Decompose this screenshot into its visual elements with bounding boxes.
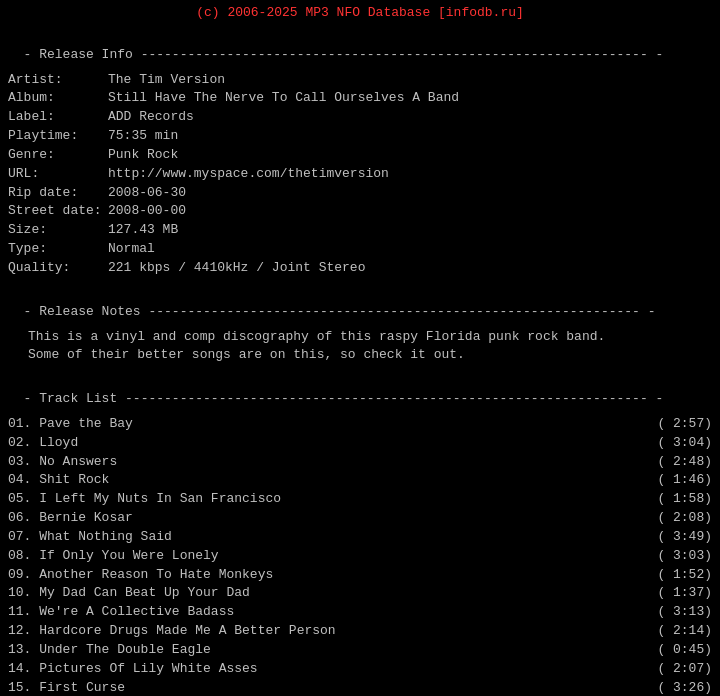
url-row: URL: http://www.myspace.com/thetimversio… [8, 165, 712, 184]
url-label: URL: [8, 165, 108, 184]
track-row: 12. Hardcore Drugs Made Me A Better Pers… [8, 622, 712, 641]
size-label: Size: [8, 221, 108, 240]
track-row: 15. First Curse( 3:26) [8, 679, 712, 696]
playtime-row: Playtime: 75:35 min [8, 127, 712, 146]
track-left: 11. We're A Collective Badass [8, 603, 642, 622]
release-info-header: - Release Info -------------------------… [8, 27, 712, 65]
track-row: 05. I Left My Nuts In San Francisco( 1:5… [8, 490, 712, 509]
track-left: 03. No Answers [8, 453, 642, 472]
track-row: 13. Under The Double Eagle( 0:45) [8, 641, 712, 660]
track-row: 03. No Answers( 2:48) [8, 453, 712, 472]
track-left: 13. Under The Double Eagle [8, 641, 642, 660]
release-notes-header: - Release Notes ------------------------… [8, 284, 712, 322]
track-row: 10. My Dad Can Beat Up Your Dad( 1:37) [8, 584, 712, 603]
track-row: 01. Pave the Bay( 2:57) [8, 415, 712, 434]
genre-value: Punk Rock [108, 146, 178, 165]
title-line: (c) 2006-2025 MP3 NFO Database [infodb.r… [8, 4, 712, 23]
track-row: 09. Another Reason To Hate Monkeys( 1:52… [8, 566, 712, 585]
label-label: Label: [8, 108, 108, 127]
album-label: Album: [8, 89, 108, 108]
track-duration: ( 2:57) [642, 415, 712, 434]
track-left: 12. Hardcore Drugs Made Me A Better Pers… [8, 622, 642, 641]
track-duration: ( 1:52) [642, 566, 712, 585]
street-date-value: 2008-00-00 [108, 202, 186, 221]
track-left: 07. What Nothing Said [8, 528, 642, 547]
artist-row: Artist: The Tim Version [8, 71, 712, 90]
artist-value: The Tim Version [108, 71, 225, 90]
track-left: 01. Pave the Bay [8, 415, 642, 434]
track-duration: ( 2:14) [642, 622, 712, 641]
track-row: 06. Bernie Kosar( 2:08) [8, 509, 712, 528]
track-duration: ( 1:37) [642, 584, 712, 603]
url-value: http://www.myspace.com/thetimversion [108, 165, 389, 184]
album-value: Still Have The Nerve To Call Ourselves A… [108, 89, 459, 108]
track-left: 15. First Curse [8, 679, 642, 696]
quality-label: Quality: [8, 259, 108, 278]
album-row: Album: Still Have The Nerve To Call Ours… [8, 89, 712, 108]
track-list-header: - Track List ---------------------------… [8, 371, 712, 409]
size-value: 127.43 MB [108, 221, 178, 240]
quality-value: 221 kbps / 4410kHz / Joint Stereo [108, 259, 365, 278]
track-left: 08. If Only You Were Lonely [8, 547, 642, 566]
track-duration: ( 3:03) [642, 547, 712, 566]
type-label: Type: [8, 240, 108, 259]
track-row: 04. Shit Rock( 1:46) [8, 471, 712, 490]
genre-label: Genre: [8, 146, 108, 165]
track-list: 01. Pave the Bay( 2:57)02. Lloyd( 3:04)0… [8, 415, 712, 696]
track-left: 05. I Left My Nuts In San Francisco [8, 490, 642, 509]
track-duration: ( 1:58) [642, 490, 712, 509]
label-value: ADD Records [108, 108, 194, 127]
notes-line-2: Some of their better songs are on this, … [8, 346, 712, 365]
track-row: 07. What Nothing Said( 3:49) [8, 528, 712, 547]
artist-label: Artist: [8, 71, 108, 90]
rip-date-value: 2008-06-30 [108, 184, 186, 203]
track-left: 04. Shit Rock [8, 471, 642, 490]
playtime-label: Playtime: [8, 127, 108, 146]
track-duration: ( 2:48) [642, 453, 712, 472]
track-row: 08. If Only You Were Lonely( 3:03) [8, 547, 712, 566]
track-left: 02. Lloyd [8, 434, 642, 453]
genre-row: Genre: Punk Rock [8, 146, 712, 165]
track-duration: ( 3:04) [642, 434, 712, 453]
track-row: 02. Lloyd( 3:04) [8, 434, 712, 453]
street-date-label: Street date: [8, 202, 108, 221]
rip-date-row: Rip date: 2008-06-30 [8, 184, 712, 203]
track-left: 14. Pictures Of Lily White Asses [8, 660, 642, 679]
quality-row: Quality: 221 kbps / 4410kHz / Joint Ster… [8, 259, 712, 278]
type-row: Type: Normal [8, 240, 712, 259]
track-duration: ( 2:08) [642, 509, 712, 528]
track-duration: ( 1:46) [642, 471, 712, 490]
street-date-row: Street date: 2008-00-00 [8, 202, 712, 221]
notes-line-1: This is a vinyl and comp discography of … [8, 328, 712, 347]
track-duration: ( 0:45) [642, 641, 712, 660]
type-value: Normal [108, 240, 155, 259]
rip-date-label: Rip date: [8, 184, 108, 203]
track-duration: ( 3:49) [642, 528, 712, 547]
size-row: Size: 127.43 MB [8, 221, 712, 240]
track-left: 09. Another Reason To Hate Monkeys [8, 566, 642, 585]
track-duration: ( 3:26) [642, 679, 712, 696]
label-row: Label: ADD Records [8, 108, 712, 127]
track-duration: ( 3:13) [642, 603, 712, 622]
track-left: 06. Bernie Kosar [8, 509, 642, 528]
playtime-value: 75:35 min [108, 127, 178, 146]
track-left: 10. My Dad Can Beat Up Your Dad [8, 584, 642, 603]
track-duration: ( 2:07) [642, 660, 712, 679]
track-row: 11. We're A Collective Badass( 3:13) [8, 603, 712, 622]
track-row: 14. Pictures Of Lily White Asses( 2:07) [8, 660, 712, 679]
